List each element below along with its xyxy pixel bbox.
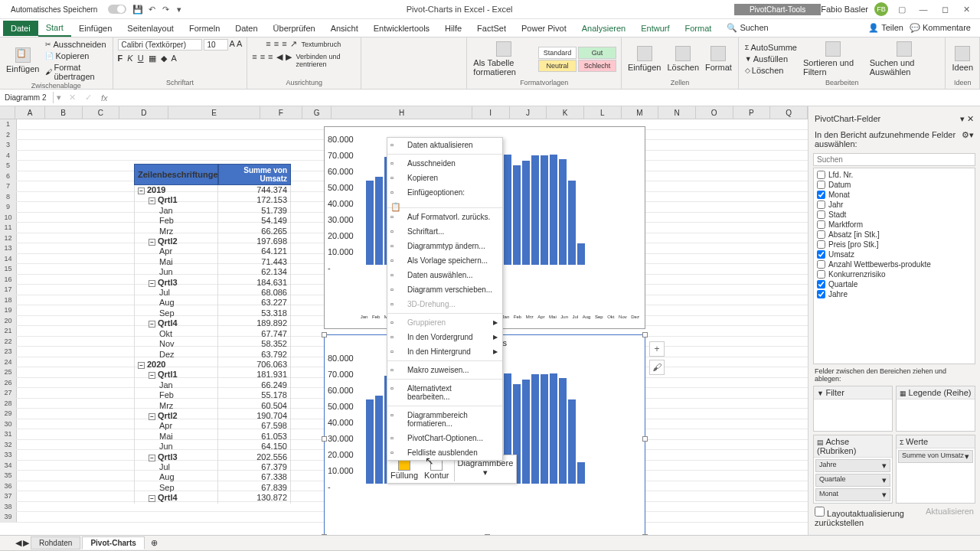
collapse-icon[interactable]: − [149, 280, 155, 287]
tab-start[interactable]: Start [38, 20, 71, 37]
row-header[interactable]: 2 [0, 130, 17, 140]
new-sheet-button[interactable]: ⊕ [146, 538, 162, 548]
row-header[interactable]: 5 [0, 161, 17, 171]
collapse-icon[interactable]: − [149, 455, 155, 461]
col-header[interactable]: E [168, 106, 260, 119]
fill-button[interactable]: ▼ Ausfüllen [743, 54, 799, 64]
chart-bar[interactable] [513, 165, 521, 265]
chart-bar[interactable] [541, 374, 548, 484]
cut-button[interactable]: ✂ Ausschneiden [44, 39, 107, 50]
merge-button[interactable]: Verbinden und zentrieren [295, 52, 357, 69]
collapse-icon[interactable]: − [149, 495, 155, 502]
select-all-cell[interactable] [0, 106, 15, 119]
row-header[interactable]: 9 [0, 202, 17, 212]
align-top-icon[interactable]: ≡ [266, 39, 270, 49]
pane-close-icon[interactable]: ✕ [967, 114, 974, 123]
row-header[interactable]: 23 [0, 347, 17, 357]
copy-button[interactable]: 📄 Kopieren [44, 51, 107, 61]
enter-formula-icon[interactable]: ✓ [80, 93, 96, 103]
row-header[interactable]: 18 [0, 295, 17, 305]
collapse-icon[interactable]: − [149, 372, 155, 379]
align-center-icon[interactable]: ≡ [260, 52, 265, 69]
chart-bar[interactable] [541, 155, 548, 265]
grow-font-icon[interactable]: A [230, 39, 235, 51]
fill-color-button[interactable]: ◆ [161, 54, 167, 64]
tab-design[interactable]: Entwurf [633, 21, 677, 36]
collapse-icon[interactable]: − [149, 239, 155, 246]
tab-data[interactable]: Daten [227, 21, 265, 36]
chart-bar[interactable] [559, 159, 567, 265]
chart-bar[interactable] [531, 374, 539, 484]
chart-bar[interactable] [522, 161, 530, 265]
format-painter-button[interactable]: 🖌 Format übertragen [44, 62, 107, 82]
col-header[interactable]: L [584, 106, 622, 119]
bold-button[interactable]: F [118, 54, 123, 64]
row-header[interactable]: 13 [0, 243, 17, 253]
field-item[interactable]: Quartale [815, 279, 973, 289]
legend-area[interactable]: ▦ Legende (Reihe) [896, 386, 975, 432]
clear-button[interactable]: ◇ Löschen [743, 65, 799, 76]
axis-field[interactable]: Quartale▾ [815, 474, 890, 487]
chart-bar[interactable] [366, 399, 374, 484]
axis-area[interactable]: ▤ Achse (Rubriken)Jahre▾Quartale▾Monat▾ [813, 435, 893, 504]
col-header[interactable]: H [332, 106, 472, 119]
col-header[interactable]: P [733, 106, 771, 119]
wrap-text-button[interactable]: Textumbruch [300, 39, 343, 49]
tab-formulas[interactable]: Formeln [181, 21, 227, 36]
col-header[interactable]: F [260, 106, 302, 119]
row-header[interactable]: 12 [0, 233, 17, 243]
field-item[interactable]: Umsatz [815, 249, 973, 259]
row-header[interactable]: 31 [0, 429, 17, 439]
context-menu-item[interactable]: ▫Feldliste ausblenden [387, 445, 502, 460]
context-menu-item[interactable]: ▫Diagrammtyp ändern... [387, 239, 502, 253]
row-header[interactable]: 38 [0, 502, 17, 512]
context-menu-item[interactable]: ▫Ausschneiden [387, 156, 502, 171]
col-header[interactable]: Q [770, 106, 808, 119]
autosave-toggle[interactable] [108, 5, 126, 14]
tab-search[interactable]: 🔍 Suchen [719, 20, 776, 36]
namebox-dropdown-icon[interactable]: ▾ [54, 93, 64, 103]
row-header[interactable]: 32 [0, 440, 17, 450]
filter-area[interactable]: ▼ Filter [813, 386, 893, 432]
indent-inc-icon[interactable]: ▶ [286, 52, 292, 69]
context-menu-item[interactable]: ▫Makro zuweisen... [387, 363, 502, 377]
defer-checkbox[interactable]: Layoutaktualisierung zurückstellen [815, 507, 926, 527]
context-menu-item[interactable]: ▫Einfügeoptionen: [387, 185, 502, 200]
row-header[interactable]: 17 [0, 285, 17, 295]
collapse-icon[interactable]: − [149, 413, 155, 420]
font-color-button[interactable]: A [172, 54, 177, 64]
field-item[interactable]: Konkurrenzrisiko [815, 269, 973, 279]
row-header[interactable]: 3 [0, 140, 17, 150]
tab-help[interactable]: Hilfe [437, 21, 469, 36]
tab-insert[interactable]: Einfügen [71, 21, 119, 36]
field-item[interactable]: Jahr [815, 200, 973, 210]
font-name-select[interactable] [118, 39, 202, 51]
style-neutral[interactable]: Neutral [538, 60, 577, 72]
field-item[interactable]: Anzahl Wettbewerbs-produkte [815, 259, 973, 269]
row-header[interactable]: 20 [0, 316, 17, 326]
orientation-icon[interactable]: ↗ [290, 39, 297, 49]
row-header[interactable]: 39 [0, 512, 17, 522]
row-header[interactable]: 11 [0, 223, 17, 233]
font-size-select[interactable] [204, 39, 228, 51]
value-field[interactable]: Summe von Umsatz▾ [898, 450, 973, 463]
customize-qat-icon[interactable]: ▾ [174, 4, 185, 15]
row-header[interactable]: 37 [0, 491, 17, 501]
chart-bar[interactable] [531, 155, 539, 265]
format-cells-button[interactable]: Format [704, 44, 733, 73]
col-header[interactable]: G [302, 106, 332, 119]
context-menu-item[interactable]: ▫Auf Formatvorl. zurücks. [387, 210, 502, 224]
context-menu-item[interactable]: ▫Diagrammbereich formatieren... [387, 408, 502, 431]
style-standard[interactable]: Standard [538, 47, 577, 59]
find-select-button[interactable]: Suchen und Auswählen [868, 40, 941, 78]
row-header[interactable]: 21 [0, 326, 17, 336]
underline-button[interactable]: U [138, 54, 144, 64]
collapse-icon[interactable]: − [149, 321, 155, 328]
context-menu-item[interactable]: ▫Kopieren [387, 171, 502, 185]
row-header[interactable]: 35 [0, 471, 17, 481]
row-header[interactable]: 16 [0, 275, 17, 285]
row-header[interactable]: 10 [0, 213, 17, 223]
table-format-button[interactable]: Als Tabelle formatieren [472, 40, 535, 78]
sheet-tab-pivot[interactable]: Pivot-Charts [82, 536, 144, 549]
row-header[interactable]: 7 [0, 181, 17, 191]
